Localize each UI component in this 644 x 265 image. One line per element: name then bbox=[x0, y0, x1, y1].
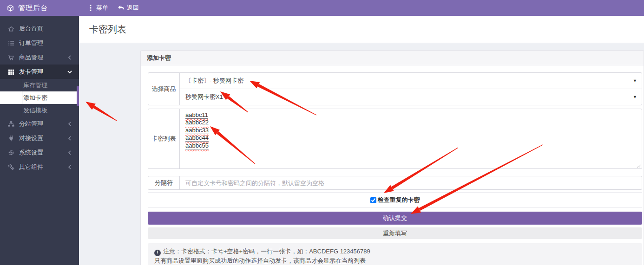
card-line: aabbc55 bbox=[185, 142, 636, 149]
card-line: aabbc11 bbox=[185, 111, 636, 119]
note-line-2: 只有商品设置里面购买成功后的动作选择自动发卡，该商品才会显示在当前列表 bbox=[154, 256, 636, 265]
sidebar-item-dashboard[interactable]: 后台首页 bbox=[0, 21, 79, 36]
sidebar-subitem-stock[interactable]: 库存管理 bbox=[0, 79, 79, 91]
product-category-select[interactable]: 〔卡密〕- 秒赞网卡密 ▼ bbox=[180, 73, 642, 89]
card-list-label: 卡密列表 bbox=[148, 109, 180, 168]
brand: 管理后台 bbox=[0, 4, 79, 13]
card-line: aabbc44 bbox=[185, 134, 636, 142]
sidebar-item-label: 商品管理 bbox=[19, 53, 66, 62]
duplicate-check-label[interactable]: 检查重复的卡密 bbox=[378, 196, 420, 204]
menu-label: 菜单 bbox=[96, 4, 108, 12]
sidebar-item-other-components[interactable]: 其它组件 bbox=[0, 160, 79, 174]
separator-label: 分隔符 bbox=[148, 176, 180, 189]
product-select-label: 选择商品 bbox=[148, 73, 180, 105]
separator-group: 分隔符 bbox=[148, 176, 642, 190]
gears-icon bbox=[7, 164, 14, 170]
vertical-dots-icon bbox=[87, 5, 94, 11]
content-area: 添加卡密 选择商品 〔卡密〕- 秒赞网卡密 ▼ 秒赞网卡密X1 ▼ bbox=[79, 43, 644, 265]
chevron-left-icon bbox=[66, 55, 73, 60]
product-select-group: 选择商品 〔卡密〕- 秒赞网卡密 ▼ 秒赞网卡密X1 ▼ bbox=[148, 72, 642, 105]
panel-body: 选择商品 〔卡密〕- 秒赞网卡密 ▼ 秒赞网卡密X1 ▼ 卡密列表 bbox=[141, 65, 644, 265]
sidebar-item-label: 其它组件 bbox=[19, 163, 66, 171]
card-list-textarea[interactable]: aabbc11 aabbc22 aabbc33 aabbc44 aabbc55 bbox=[180, 109, 642, 168]
sidebar-item-api-settings[interactable]: 对接设置 bbox=[0, 131, 79, 145]
separator-input[interactable] bbox=[180, 176, 642, 189]
card-line: aabbc22 bbox=[185, 119, 636, 126]
home-icon bbox=[7, 26, 14, 32]
back-button[interactable]: 返回 bbox=[118, 4, 139, 12]
page-header: 卡密列表 bbox=[79, 16, 644, 43]
sitemap-icon bbox=[7, 121, 14, 127]
sidebar-item-label: 后台首页 bbox=[19, 25, 73, 33]
sidebar-item-orders[interactable]: 订单管理 bbox=[0, 36, 79, 50]
back-label: 返回 bbox=[127, 4, 139, 12]
menu-button[interactable]: 菜单 bbox=[87, 4, 108, 12]
sidebar-item-label: 对接设置 bbox=[19, 134, 66, 142]
product-selects: 〔卡密〕- 秒赞网卡密 ▼ 秒赞网卡密X1 ▼ bbox=[180, 73, 642, 105]
selected-item-accent-bar bbox=[77, 86, 79, 106]
product-item-select[interactable]: 秒赞网卡密X1 ▼ bbox=[180, 89, 642, 105]
sidebar-item-products[interactable]: 商品管理 bbox=[0, 50, 79, 65]
list-icon bbox=[7, 40, 14, 46]
product-item-value: 秒赞网卡密X1 bbox=[185, 93, 223, 100]
page-title: 卡密列表 bbox=[79, 16, 644, 36]
plug-icon bbox=[7, 135, 14, 142]
sidebar-item-label: 订单管理 bbox=[19, 39, 73, 47]
select-caret-icon: ▼ bbox=[633, 73, 637, 89]
sidebar: 后台首页 订单管理 商品管理 发卡管理 库存管理 添加卡密 发信模板 分站管理 bbox=[0, 16, 79, 265]
panel-header: 添加卡密 bbox=[141, 51, 644, 65]
info-circle-icon: ! bbox=[154, 250, 161, 256]
sidebar-subitem-mail-template[interactable]: 发信模板 bbox=[0, 104, 79, 116]
card-management-submenu: 库存管理 添加卡密 发信模板 bbox=[0, 79, 79, 116]
card-list-group: 卡密列表 aabbc11 aabbc22 aabbc33 aabbc44 aab… bbox=[148, 109, 642, 169]
topbar: 管理后台 菜单 返回 bbox=[0, 0, 644, 16]
select-caret-icon: ▼ bbox=[633, 89, 637, 105]
chevron-left-icon bbox=[66, 122, 73, 126]
cart-icon bbox=[7, 54, 14, 61]
chevron-left-icon bbox=[66, 150, 73, 155]
sidebar-item-label: 分站管理 bbox=[19, 120, 66, 128]
main-area: 卡密列表 添加卡密 选择商品 〔卡密〕- 秒赞网卡密 ▼ 秒赞网卡密X1 ▼ bbox=[79, 16, 644, 265]
product-category-value: 〔卡密〕- 秒赞网卡密 bbox=[185, 77, 243, 84]
brand-title: 管理后台 bbox=[18, 4, 48, 13]
chevron-left-icon bbox=[66, 136, 73, 141]
duplicate-check-checkbox[interactable] bbox=[370, 197, 376, 203]
sidebar-item-card-management[interactable]: 发卡管理 bbox=[0, 65, 79, 79]
reset-button[interactable]: 重新填写 bbox=[148, 227, 642, 239]
sidebar-subitem-add-card[interactable]: 添加卡密 bbox=[0, 91, 77, 104]
note-line-1: !注意：卡密格式：卡号+空格+密码，一行一张卡，如：ABCDEFG 123456… bbox=[154, 247, 636, 256]
chevron-down-icon bbox=[66, 70, 73, 74]
textarea-resize-grip[interactable] bbox=[636, 163, 641, 168]
sidebar-item-substation[interactable]: 分站管理 bbox=[0, 116, 79, 131]
sidebar-item-system-settings[interactable]: 系统设置 bbox=[0, 145, 79, 160]
sidebar-item-label: 发卡管理 bbox=[19, 68, 66, 76]
add-card-panel: 添加卡密 选择商品 〔卡密〕- 秒赞网卡密 ▼ 秒赞网卡密X1 ▼ bbox=[140, 50, 644, 265]
separator-field-wrap bbox=[180, 176, 642, 189]
reply-arrow-icon bbox=[118, 5, 125, 11]
note-box: !注意：卡密格式：卡号+空格+密码，一行一张卡，如：ABCDEFG 123456… bbox=[148, 243, 642, 265]
card-line: aabbc33 bbox=[185, 127, 636, 134]
duplicate-check-row: 检查重复的卡密 bbox=[148, 192, 642, 208]
chevron-left-icon bbox=[66, 165, 73, 169]
submit-button[interactable]: 确认提交 bbox=[148, 212, 642, 225]
topbar-menu: 菜单 返回 bbox=[79, 4, 139, 12]
cube-icon bbox=[7, 4, 14, 12]
grid-icon bbox=[7, 69, 14, 75]
gear-icon bbox=[7, 149, 14, 156]
sidebar-item-label: 系统设置 bbox=[19, 149, 66, 157]
